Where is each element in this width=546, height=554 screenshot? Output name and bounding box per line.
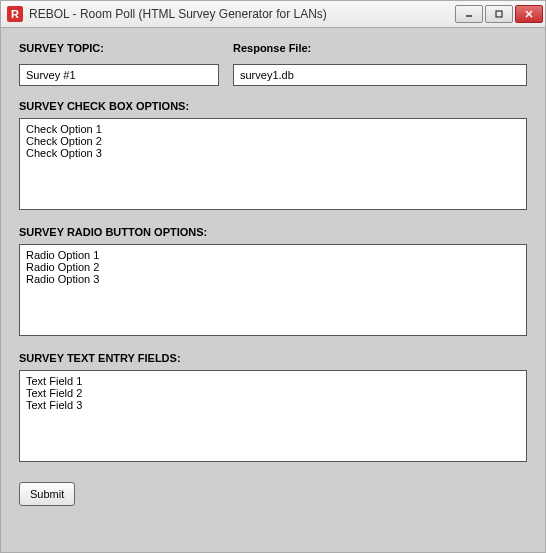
app-icon: R [7,6,23,22]
radio-options-label: SURVEY RADIO BUTTON OPTIONS: [19,226,527,238]
checkbox-options-label: SURVEY CHECK BOX OPTIONS: [19,100,527,112]
survey-topic-input[interactable] [19,64,219,86]
checkbox-options-textarea[interactable] [19,118,527,210]
text-fields-label: SURVEY TEXT ENTRY FIELDS: [19,352,527,364]
window-title: REBOL - Room Poll (HTML Survey Generator… [29,7,455,21]
minimize-button[interactable] [455,5,483,23]
response-file-label: Response File: [233,42,527,54]
close-button[interactable] [515,5,543,23]
titlebar: R REBOL - Room Poll (HTML Survey Generat… [0,0,546,28]
maximize-button[interactable] [485,5,513,23]
submit-button[interactable]: Submit [19,482,75,506]
survey-topic-label: SURVEY TOPIC: [19,42,219,54]
client-area: SURVEY TOPIC: Response File: SURVEY CHEC… [0,28,546,553]
radio-options-textarea[interactable] [19,244,527,336]
svg-rect-1 [496,11,502,17]
text-fields-textarea[interactable] [19,370,527,462]
response-file-input[interactable] [233,64,527,86]
window-controls [455,5,543,23]
